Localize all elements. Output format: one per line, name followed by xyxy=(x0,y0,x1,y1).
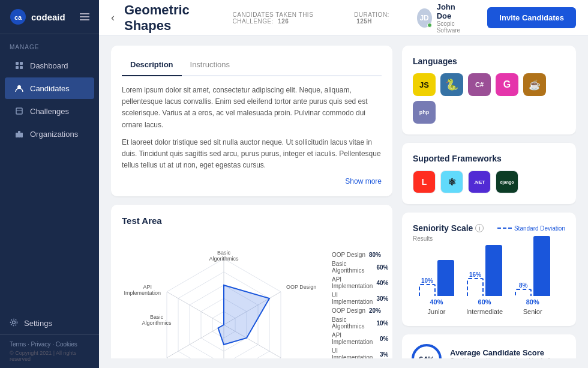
sidebar-item-organizations[interactable]: Organizations xyxy=(5,123,94,145)
svg-text:Implementation: Implementation xyxy=(124,290,161,296)
bar-chart: 10% _ 40% Junior xyxy=(413,249,565,315)
svg-rect-7 xyxy=(16,108,22,114)
sidebar-section-label: MANAGE xyxy=(0,34,99,54)
bar-label-junior: Junior xyxy=(428,308,446,315)
footer-privacy[interactable]: Privacy xyxy=(31,341,51,348)
svg-text:UI: UI xyxy=(152,358,158,358)
user-details: John Doe Scopic Software xyxy=(437,2,471,34)
svg-text:API: API xyxy=(286,358,295,358)
svg-line-23 xyxy=(167,325,224,358)
sidebar-footer: Terms · Privacy · Cookies © Copyright 20… xyxy=(0,334,99,368)
sidebar-item-dashboard[interactable]: Dashboard xyxy=(5,55,94,76)
fw-dotnet: .NET xyxy=(468,170,491,193)
desc-paragraph-1: Lorem ipsum dolor sit amet, consectetur … xyxy=(122,85,382,131)
dashboard-label: Dashboard xyxy=(30,61,68,70)
bar-group-intermediate: 16% _ 60% Intermediate xyxy=(466,238,503,315)
description-card: Description Instructions Lorem ipsum dol… xyxy=(111,46,392,196)
legend-item: API Implementation 0% xyxy=(332,332,388,345)
candidates-label: Candidates xyxy=(30,84,70,93)
sidebar-item-challenges[interactable]: Challenges xyxy=(5,100,94,122)
dashed-percent-junior: 10% xyxy=(421,277,433,284)
sidebar-item-candidates[interactable]: Candidates xyxy=(5,77,94,99)
candidates-meta-label: CANDIDATES TAKEN THIS CHALLENGE: 126 xyxy=(233,11,343,25)
svg-text:Algorithmics: Algorithmics xyxy=(142,320,172,326)
svg-text:OOP Design: OOP Design xyxy=(286,284,316,290)
bar-solid-junior xyxy=(437,260,454,296)
logo-icon: ca xyxy=(10,8,26,25)
bar-solid-intermediate xyxy=(485,245,502,296)
svg-rect-3 xyxy=(20,62,23,65)
fw-django: django xyxy=(496,170,518,193)
sidebar-settings[interactable]: Settings xyxy=(0,312,99,334)
main-area: ‹ Geometric Shapes CANDIDATES TAKEN THIS… xyxy=(99,0,588,368)
svg-rect-4 xyxy=(16,66,19,69)
bar-wrapper-junior: 10% _ xyxy=(419,253,454,296)
sidebar: ca codeaid MANAGE Dashboard Candidates C… xyxy=(0,0,99,368)
bar-dashed-junior xyxy=(419,284,436,296)
svg-point-12 xyxy=(13,321,16,324)
fw-react: ⚛ xyxy=(440,170,463,193)
frameworks-title: Suported Frameworks xyxy=(413,154,565,163)
svg-rect-5 xyxy=(20,66,23,69)
bar-solid-senior xyxy=(533,236,550,296)
svg-point-13 xyxy=(11,319,17,326)
svg-rect-9 xyxy=(16,133,18,137)
score-title: Average Candidate Score xyxy=(450,348,568,357)
bar-percent-intermediate: 60% xyxy=(478,298,491,306)
tab-description[interactable]: Description xyxy=(122,56,182,76)
seniority-title: Seniority Scale i xyxy=(413,223,484,233)
radar-chart: Basic Algorithmics OOP Design API Implem… xyxy=(122,232,326,358)
show-more-link[interactable]: Show more xyxy=(122,177,382,186)
seniority-card: Seniority Scale i Standard Deviation Res… xyxy=(402,213,576,326)
left-panel: Description Instructions Lorem ipsum dol… xyxy=(111,46,392,358)
settings-label: Settings xyxy=(24,319,52,328)
fw-laravel: L xyxy=(413,170,436,193)
languages-card: Languages JS 🐍 C# G ☕ php xyxy=(402,46,576,134)
header-meta: CANDIDATES TAKEN THIS CHALLENGE: 126 DUR… xyxy=(233,11,398,25)
legend-item: OOP Design 80% xyxy=(332,252,388,258)
legend-item: Basic Algorithmics 60% xyxy=(332,261,388,274)
tab-instructions[interactable]: Instructions xyxy=(182,56,238,76)
dashed-percent-senior: 8% xyxy=(519,282,527,289)
user-name: John Doe xyxy=(437,2,471,20)
settings-icon xyxy=(10,318,18,328)
user-info: JD John Doe Scopic Software xyxy=(417,2,471,34)
dashed-percent-intermediate: 16% xyxy=(469,271,481,278)
lang-csharp: C# xyxy=(468,73,491,96)
back-button[interactable]: ‹ xyxy=(111,11,115,24)
bar-percent-senior: 80% xyxy=(526,298,539,306)
svg-rect-11 xyxy=(20,133,23,137)
info-icon: i xyxy=(475,224,484,232)
bar-wrapper-senior: 8% _ xyxy=(515,229,550,296)
challenges-icon xyxy=(14,106,24,116)
svg-text:Algorithmics: Algorithmics xyxy=(209,256,239,262)
invite-candidates-button[interactable]: Invite Candidates xyxy=(487,7,576,28)
svg-text:Basic: Basic xyxy=(150,314,164,320)
legend-item: Basic Algorithmics 10% xyxy=(332,316,388,330)
hamburger-icon[interactable] xyxy=(80,13,89,20)
description-text: Lorem ipsum dolor sit amet, consectetur … xyxy=(122,85,382,171)
bar-percent-junior: 40% xyxy=(430,298,443,306)
logo-text: codeaid xyxy=(31,12,65,22)
language-icons: JS 🐍 C# G ☕ php xyxy=(413,73,565,124)
desc-paragraph-2: Et laoreet dolor tristique sed sit nulla… xyxy=(122,137,382,172)
frameworks-card: Suported Frameworks L ⚛ .NET django xyxy=(402,143,576,204)
bar-label-intermediate: Intermediate xyxy=(466,308,503,315)
radar-legend: OOP Design 80% Basic Algorithmics 60% AP… xyxy=(332,252,388,358)
organizations-label: Organizations xyxy=(30,130,78,139)
score-info: Average Candidate Score Candidates with … xyxy=(450,348,568,359)
test-area-title: Test Area xyxy=(122,216,382,226)
content-area: Description Instructions Lorem ipsum dol… xyxy=(99,36,588,368)
framework-icons: L ⚛ .NET django xyxy=(413,170,565,193)
challenges-label: Challenges xyxy=(30,107,69,116)
legend-item: UI Implementation 3% xyxy=(332,348,388,358)
footer-terms[interactable]: Terms xyxy=(10,341,26,348)
copyright: © Copyright 2021 | All rights reserved xyxy=(10,350,89,362)
footer-cookies[interactable]: Cookies xyxy=(56,341,77,348)
description-tabs: Description Instructions xyxy=(122,56,382,76)
avatar-status-dot xyxy=(427,23,432,28)
dashboard-icon xyxy=(14,61,24,70)
legend-item: API Implementation 40% xyxy=(332,276,388,289)
lang-graphql: G xyxy=(496,73,518,96)
svg-line-24 xyxy=(167,292,224,325)
